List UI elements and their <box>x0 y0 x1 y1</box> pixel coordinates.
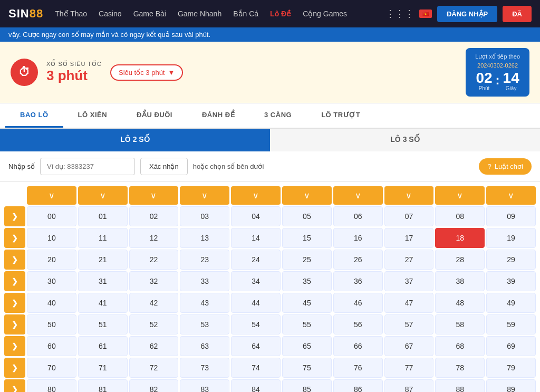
num-cell-50[interactable]: 50 <box>27 314 76 334</box>
num-cell-52[interactable]: 52 <box>129 314 179 334</box>
num-cell-86[interactable]: 86 <box>333 379 383 392</box>
grid-icon[interactable]: ⋮⋮⋮ <box>385 8 414 20</box>
num-cell-15[interactable]: 15 <box>282 228 332 248</box>
tab-bao-lo[interactable]: BAO LÔ <box>5 103 63 128</box>
num-cell-87[interactable]: 87 <box>384 379 434 392</box>
num-cell-13[interactable]: 13 <box>180 228 229 248</box>
num-cell-38[interactable]: 38 <box>435 271 485 291</box>
num-cell-01[interactable]: 01 <box>78 206 128 226</box>
col-header-6[interactable]: ∨ <box>333 186 383 205</box>
num-cell-46[interactable]: 46 <box>333 293 383 313</box>
num-cell-00[interactable]: 00 <box>27 206 76 226</box>
num-cell-39[interactable]: 39 <box>486 271 536 291</box>
register-button[interactable]: ĐĂ <box>503 6 532 22</box>
num-cell-32[interactable]: 32 <box>129 271 179 291</box>
row-arrow-1[interactable]: ❯ <box>4 228 25 248</box>
num-cell-30[interactable]: 30 <box>27 271 76 291</box>
tab-dau-duoi[interactable]: ĐẦU ĐUÔI <box>122 103 187 128</box>
num-cell-22[interactable]: 22 <box>129 250 179 270</box>
num-cell-71[interactable]: 71 <box>78 358 128 378</box>
num-cell-08[interactable]: 08 <box>435 206 485 226</box>
nav-game-bai[interactable]: Game Bài <box>132 7 167 20</box>
num-cell-04[interactable]: 04 <box>231 206 281 226</box>
num-cell-45[interactable]: 45 <box>282 293 332 313</box>
num-cell-79[interactable]: 79 <box>486 358 536 378</box>
num-cell-23[interactable]: 23 <box>180 250 229 270</box>
row-arrow-3[interactable]: ❯ <box>4 271 25 291</box>
num-cell-33[interactable]: 33 <box>180 271 229 291</box>
num-cell-63[interactable]: 63 <box>180 336 229 356</box>
rules-button[interactable]: ? Luật chơi <box>479 158 532 175</box>
num-cell-51[interactable]: 51 <box>78 314 128 334</box>
num-cell-25[interactable]: 25 <box>282 250 332 270</box>
tab-lo-xien[interactable]: LÔ XIÊN <box>63 103 122 128</box>
col-header-8[interactable]: ∨ <box>435 186 485 205</box>
num-cell-10[interactable]: 10 <box>27 228 76 248</box>
nav-the-thao[interactable]: Thể Thao <box>54 7 88 20</box>
num-cell-27[interactable]: 27 <box>384 250 434 270</box>
num-cell-83[interactable]: 83 <box>180 379 229 392</box>
nav-casino[interactable]: Casino <box>98 7 123 20</box>
num-cell-57[interactable]: 57 <box>384 314 434 334</box>
num-cell-40[interactable]: 40 <box>27 293 76 313</box>
sub-tab-lo-3-so[interactable]: LÔ 3 SỐ <box>270 129 540 151</box>
num-cell-21[interactable]: 21 <box>78 250 128 270</box>
num-cell-80[interactable]: 80 <box>27 379 76 392</box>
num-cell-31[interactable]: 31 <box>78 271 128 291</box>
num-cell-44[interactable]: 44 <box>231 293 281 313</box>
nav-cong-games[interactable]: Cộng Games <box>302 7 348 20</box>
row-arrow-8[interactable]: ❯ <box>4 379 25 392</box>
logo[interactable]: SIN88 <box>8 7 43 21</box>
num-cell-34[interactable]: 34 <box>231 271 281 291</box>
num-cell-73[interactable]: 73 <box>180 358 229 378</box>
sub-tab-lo-2-so[interactable]: LÔ 2 SỐ <box>0 129 270 151</box>
col-header-2[interactable]: ∨ <box>129 186 179 205</box>
col-header-9[interactable]: ∨ <box>486 186 536 205</box>
num-cell-56[interactable]: 56 <box>333 314 383 334</box>
row-arrow-4[interactable]: ❯ <box>4 293 25 313</box>
num-cell-07[interactable]: 07 <box>384 206 434 226</box>
num-cell-24[interactable]: 24 <box>231 250 281 270</box>
num-cell-64[interactable]: 64 <box>231 336 281 356</box>
num-cell-11[interactable]: 11 <box>78 228 128 248</box>
num-cell-03[interactable]: 03 <box>180 206 229 226</box>
col-header-1[interactable]: ∨ <box>78 186 128 205</box>
tab-danh-de[interactable]: ĐÁNH ĐỀ <box>187 103 249 128</box>
num-cell-61[interactable]: 61 <box>78 336 128 356</box>
num-cell-53[interactable]: 53 <box>180 314 229 334</box>
num-cell-81[interactable]: 81 <box>78 379 128 392</box>
num-cell-47[interactable]: 47 <box>384 293 434 313</box>
tab-3-cang[interactable]: 3 CÀNG <box>249 103 306 128</box>
num-cell-28[interactable]: 28 <box>435 250 485 270</box>
num-cell-48[interactable]: 48 <box>435 293 485 313</box>
num-cell-42[interactable]: 42 <box>129 293 179 313</box>
num-cell-68[interactable]: 68 <box>435 336 485 356</box>
sieutoc-button[interactable]: Siêu tốc 3 phút ▼ <box>110 64 183 81</box>
num-cell-59[interactable]: 59 <box>486 314 536 334</box>
num-cell-19[interactable]: 19 <box>486 228 536 248</box>
num-cell-02[interactable]: 02 <box>129 206 179 226</box>
num-cell-18[interactable]: 18 <box>435 228 485 248</box>
col-header-7[interactable]: ∨ <box>384 186 434 205</box>
num-cell-12[interactable]: 12 <box>129 228 179 248</box>
num-cell-54[interactable]: 54 <box>231 314 281 334</box>
num-cell-05[interactable]: 05 <box>282 206 332 226</box>
num-cell-49[interactable]: 49 <box>486 293 536 313</box>
num-cell-70[interactable]: 70 <box>27 358 76 378</box>
num-cell-85[interactable]: 85 <box>282 379 332 392</box>
num-cell-78[interactable]: 78 <box>435 358 485 378</box>
num-cell-37[interactable]: 37 <box>384 271 434 291</box>
confirm-button[interactable]: Xác nhận <box>140 158 188 175</box>
num-cell-06[interactable]: 06 <box>333 206 383 226</box>
num-cell-67[interactable]: 67 <box>384 336 434 356</box>
num-cell-58[interactable]: 58 <box>435 314 485 334</box>
num-cell-60[interactable]: 60 <box>27 336 76 356</box>
num-cell-74[interactable]: 74 <box>231 358 281 378</box>
num-cell-72[interactable]: 72 <box>129 358 179 378</box>
nav-game-nhanh[interactable]: Game Nhanh <box>177 7 223 20</box>
num-cell-09[interactable]: 09 <box>486 206 536 226</box>
num-cell-26[interactable]: 26 <box>333 250 383 270</box>
num-cell-20[interactable]: 20 <box>27 250 76 270</box>
num-cell-66[interactable]: 66 <box>333 336 383 356</box>
row-arrow-6[interactable]: ❯ <box>4 336 25 356</box>
